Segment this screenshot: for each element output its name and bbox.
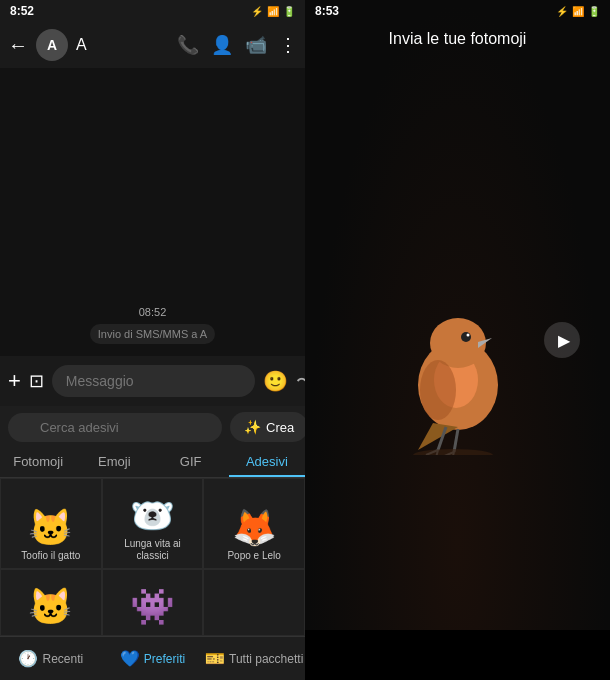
fotomoji-title: Invia le tue fotomoji	[389, 30, 527, 47]
input-bar: + ⊡ 🙂 〜	[0, 356, 305, 406]
sticker-panel: 🔍 ✨ Crea Fotomoji Emoji GIF Adesivi	[0, 406, 305, 636]
sticker-emoji-0: 🐱	[28, 510, 73, 546]
right-bottom-bar	[305, 630, 610, 680]
left-panel: 8:52 ⚡ 📶 🔋 ← A A 📞 👤 📹 ⋮ 08:52 Invio di …	[0, 0, 305, 680]
message-input[interactable]	[52, 365, 255, 397]
sparkle-icon: ✨	[244, 419, 261, 435]
tab-preferiti[interactable]: 💙 Preferiti	[102, 637, 204, 680]
svg-point-4	[466, 334, 469, 337]
sticker-emoji-4: 👾	[130, 589, 175, 625]
sticker-label-0: Toofio il gatto	[21, 550, 80, 562]
battery-icon-right: 🔋	[588, 6, 600, 17]
contact-avatar: A	[36, 29, 68, 61]
search-container: 🔍	[8, 413, 222, 442]
sticker-label-1: Lunga vita ai classici	[107, 538, 199, 562]
crea-button[interactable]: ✨ Crea	[230, 412, 305, 442]
message-area: 08:52 Invio di SMS/MMS a A	[0, 68, 305, 356]
sticker-emoji-1: 🐻‍❄️	[130, 498, 175, 534]
emoji-button[interactable]: 🙂	[263, 369, 288, 393]
time-right: 8:53	[315, 4, 339, 18]
right-panel: 8:53 ⚡ 📶 🔋 Invia le tue fotomoji	[305, 0, 610, 680]
sticker-search-input[interactable]	[8, 413, 222, 442]
sticker-item-3[interactable]: 🐱	[0, 569, 102, 636]
svg-point-14	[413, 449, 493, 455]
sticker-item-4[interactable]: 👾	[102, 569, 204, 636]
back-button[interactable]: ←	[8, 34, 28, 57]
bottom-tab-bar: 🕐 Recenti 💙 Preferiti 🎫 Tutti pacchetti	[0, 636, 305, 680]
tutti-icon: 🎫	[205, 649, 225, 668]
play-icon: ▶	[558, 331, 570, 350]
add-contact-button[interactable]: 👤	[211, 34, 233, 56]
recenti-icon: 🕐	[18, 649, 38, 668]
sticker-tabs: Fotomoji Emoji GIF Adesivi	[0, 448, 305, 478]
video-button[interactable]: 📹	[245, 34, 267, 56]
tab-fotomoji[interactable]: Fotomoji	[0, 448, 76, 477]
play-button[interactable]: ▶	[544, 322, 580, 358]
top-bar: ← A A 📞 👤 📹 ⋮	[0, 22, 305, 68]
status-bar-left: 8:52 ⚡ 📶 🔋	[0, 0, 305, 22]
tab-tutti-pacchetti[interactable]: 🎫 Tutti pacchetti	[203, 637, 305, 680]
tab-adesivi[interactable]: Adesivi	[229, 448, 305, 477]
sticker-toofio[interactable]: 🐱 Toofio il gatto	[0, 478, 102, 569]
time-left: 8:52	[10, 4, 34, 18]
status-icons-right: ⚡ 📶 🔋	[556, 6, 600, 17]
bird-svg	[378, 255, 538, 455]
battery-icon: 🔋	[283, 6, 295, 17]
contact-name: A	[76, 36, 169, 54]
sticker-item-empty	[203, 569, 305, 636]
fotomoji-header: Invia le tue fotomoji	[305, 30, 610, 48]
sticker-grid: 🐱 Toofio il gatto 🐻‍❄️ Lunga vita ai cla…	[0, 478, 305, 636]
sticker-lunga-vita[interactable]: 🐻‍❄️ Lunga vita ai classici	[102, 478, 204, 569]
tab-recenti[interactable]: 🕐 Recenti	[0, 637, 102, 680]
bird-photo-area: ▶	[305, 0, 610, 680]
svg-point-3	[461, 332, 471, 342]
sticker-button[interactable]: ⊡	[29, 370, 44, 392]
svg-line-11	[454, 429, 458, 452]
sticker-search-row: 🔍 ✨ Crea	[0, 406, 305, 448]
signal-icon: 📶	[267, 6, 279, 17]
status-icons-left: ⚡ 📶 🔋	[251, 6, 295, 17]
sticker-emoji-3: 🐱	[28, 589, 73, 625]
action-icons: 📞 👤 📹 ⋮	[177, 34, 297, 56]
more-button[interactable]: ⋮	[279, 34, 297, 56]
sticker-label-2: Popo e Lelo	[227, 550, 280, 562]
voice-button[interactable]: 〜	[296, 369, 305, 393]
tab-gif[interactable]: GIF	[153, 448, 229, 477]
sticker-popo-lelo[interactable]: 🦊 Popo e Lelo	[203, 478, 305, 569]
signal-icon-right: 📶	[572, 6, 584, 17]
timestamp: 08:52	[8, 306, 297, 318]
sticker-emoji-2: 🦊	[232, 510, 277, 546]
tab-emoji[interactable]: Emoji	[76, 448, 152, 477]
sms-label: Invio di SMS/MMS a A	[90, 324, 215, 344]
phone-button[interactable]: 📞	[177, 34, 199, 56]
bt-icon-right: ⚡	[556, 6, 568, 17]
svg-point-6	[420, 360, 456, 420]
preferiti-icon: 💙	[120, 649, 140, 668]
attach-button[interactable]: +	[8, 368, 21, 394]
bluetooth-icon: ⚡	[251, 6, 263, 17]
status-bar-right: 8:53 ⚡ 📶 🔋	[305, 0, 610, 22]
